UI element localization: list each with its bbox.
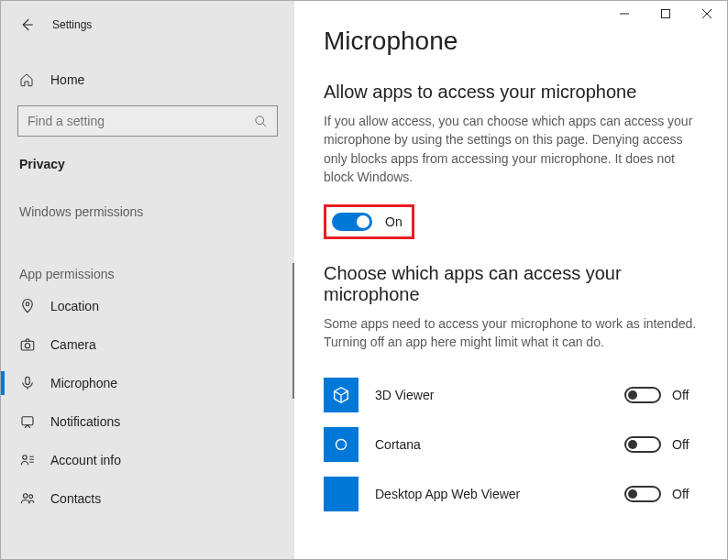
app-toggle-label: Off [672,487,698,501]
sidebar-item-label: Account info [50,453,121,467]
app-row-cortana: Cortana Off [324,420,698,469]
sidebar-home-label: Home [50,72,84,87]
app-row-desktop-app-web-viewer: Desktop App Web Viewer Off [324,469,698,519]
app-icon-desktop-app-web-viewer [324,477,358,511]
back-button[interactable] [10,8,43,41]
sidebar-group-app-permissions: App permissions [1,250,294,287]
sidebar-item-contacts[interactable]: Contacts [1,479,294,518]
sidebar-item-label: Camera [50,337,96,352]
account-info-icon [19,452,36,468]
svg-point-10 [336,439,347,449]
sidebar-group-windows-permissions: Windows permissions [1,188,294,225]
location-icon [19,298,36,314]
sidebar-item-label: Notifications [50,414,120,429]
app-name: 3D Viewer [375,388,624,402]
microphone-icon [19,375,36,391]
svg-point-6 [23,456,28,460]
app-toggle[interactable] [624,436,661,453]
master-toggle-label: On [385,214,403,229]
sidebar-item-camera[interactable]: Camera [1,325,294,364]
sidebar-section: Privacy [1,146,294,188]
minimize-button[interactable] [603,1,645,27]
contacts-icon [19,490,36,507]
search-input-container[interactable] [17,105,278,137]
choose-description: Some apps need to access your microphone… [324,314,698,352]
choose-heading: Choose which apps can access your microp… [324,263,698,305]
app-toggle[interactable] [624,486,661,502]
sidebar-item-notifications[interactable]: Notifications [1,402,294,441]
sidebar-item-label: Location [50,299,99,313]
app-row-3d-viewer: 3D Viewer Off [324,370,698,420]
sidebar-item-location[interactable]: Location [1,287,294,325]
app-toggle[interactable] [624,387,661,403]
sidebar: Settings Home Privacy Windows permission… [1,1,294,559]
sidebar-item-microphone[interactable]: Microphone [1,364,294,402]
svg-point-3 [25,344,29,348]
svg-rect-2 [21,341,34,350]
allow-description: If you allow access, you can choose whic… [324,112,698,186]
sidebar-item-label: Contacts [50,491,101,506]
app-name: Desktop App Web Viewer [375,487,624,501]
app-toggle-label: Off [672,388,698,402]
svg-point-0 [256,115,264,124]
svg-rect-9 [661,10,669,18]
window-title: Settings [52,18,92,31]
svg-point-1 [26,302,29,306]
notifications-icon [19,413,36,430]
app-icon-3d-viewer [324,378,358,412]
app-icon-cortana [324,427,358,462]
svg-point-7 [24,494,28,499]
svg-rect-5 [22,417,33,425]
close-button[interactable] [686,1,727,27]
sidebar-item-label: Microphone [50,376,117,390]
page-title: Microphone [324,27,698,56]
home-icon [19,72,34,87]
app-name: Cortana [375,437,624,452]
svg-rect-4 [26,377,30,384]
app-toggle-label: Off [672,437,698,452]
search-icon [254,115,268,128]
highlight-box: On [324,204,414,239]
camera-icon [19,336,36,353]
search-input[interactable] [28,114,254,128]
sidebar-item-account-info[interactable]: Account info [1,441,294,479]
allow-heading: Allow apps to access your microphone [324,82,698,103]
main-content: Microphone Allow apps to access your mic… [294,1,727,559]
svg-point-8 [29,495,33,499]
master-toggle[interactable] [332,213,372,231]
sidebar-home[interactable]: Home [1,63,294,96]
maximize-button[interactable] [645,1,686,27]
